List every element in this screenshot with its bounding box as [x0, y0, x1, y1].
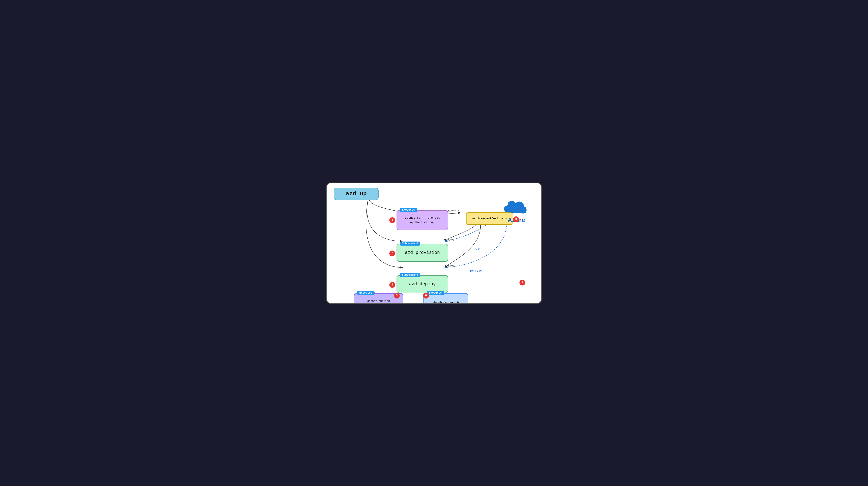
dotnet-run-node: Executes dotnet run --project AppHost.cs…	[397, 210, 448, 230]
svg-text:ACR & ARM: ACR & ARM	[469, 270, 482, 273]
provision-node: Subcommand azd provision	[397, 244, 448, 262]
azure-cloud-icon	[503, 199, 530, 216]
deploy-node: Subcommand azd deploy	[397, 275, 448, 293]
circle-5: 5	[394, 293, 400, 299]
svg-text:(uses): (uses)	[448, 238, 454, 241]
dotnet-run-content: dotnet run --project AppHost.csproj	[405, 216, 440, 224]
diagram-container: (generates) (uses) (uses) ARM ACR & ARM …	[326, 183, 542, 304]
circle-1: 1	[390, 217, 395, 223]
svg-text:(generates): (generates)	[448, 210, 459, 212]
circle-6: 6	[423, 293, 429, 299]
provision-badge: Subcommand	[400, 242, 420, 246]
docker-push-node: Executes docker push	[424, 293, 468, 304]
azd-up-node: azd up	[334, 188, 379, 200]
circle-2: 2	[390, 250, 395, 256]
circle-7: 7	[520, 280, 525, 285]
dotnet-run-badge: Executes	[400, 208, 417, 212]
circle-4: 4	[390, 282, 395, 288]
docker-push-content: docker push	[433, 301, 459, 304]
provision-content: azd provision	[405, 250, 440, 255]
svg-text:(uses): (uses)	[448, 265, 454, 267]
deploy-badge: Subcommand	[400, 273, 420, 277]
svg-text:ARM: ARM	[475, 248, 480, 250]
deploy-content: azd deploy	[409, 281, 436, 286]
publish-badge: Executes	[357, 291, 375, 295]
circle-3: 3	[513, 216, 519, 222]
docker-push-badge: Executes	[427, 291, 444, 295]
azd-up-label: azd up	[346, 190, 367, 197]
publish-content: dotnet publish /t:PublishContainer	[363, 299, 394, 304]
